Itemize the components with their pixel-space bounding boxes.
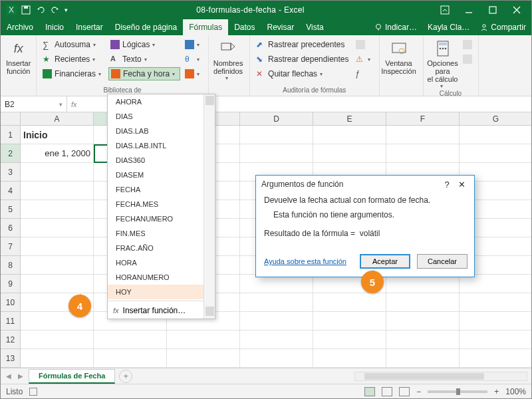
col-G[interactable]: G [460, 112, 531, 126]
account-user[interactable]: Kayla Cla… [422, 19, 475, 35]
row-2[interactable]: 2 [1, 144, 21, 163]
calc-options-button[interactable]: Opciones parael cálculo▾ [428, 38, 458, 90]
tab-datos[interactable]: Datos [228, 19, 261, 35]
error-check-button[interactable]: ⚠▾ [354, 53, 375, 66]
dropdown-item[interactable]: FRAC.AÑO [108, 241, 215, 255]
macro-record-icon[interactable] [29, 388, 37, 396]
lookup-button[interactable]: ▾ [183, 38, 204, 51]
col-D[interactable]: D [240, 112, 313, 126]
calc-now-button[interactable] [461, 38, 474, 51]
cell[interactable] [386, 349, 460, 368]
dialog-close-icon[interactable]: ✕ [454, 180, 469, 190]
sheet-tab-active[interactable]: Fórmulas de Fecha [29, 369, 115, 384]
row-11[interactable]: 11 [1, 312, 21, 331]
row-12[interactable]: 12 [1, 331, 21, 349]
text-button[interactable]: ATexto▾ [108, 53, 180, 66]
names-button[interactable]: Nombresdefinidos▾ [213, 38, 243, 82]
row-7[interactable]: 7 [1, 237, 21, 256]
ok-button[interactable]: Aceptar [360, 254, 410, 269]
cell-D1[interactable] [240, 126, 313, 144]
insert-function-button[interactable]: fx Insertarfunción [5, 38, 32, 76]
cell-G1[interactable] [460, 126, 531, 144]
cell-F2[interactable] [386, 144, 460, 163]
cell[interactable] [21, 256, 94, 275]
cell[interactable] [386, 275, 460, 293]
dropdown-item[interactable]: DIAS [108, 109, 215, 124]
cell[interactable] [240, 349, 313, 368]
tab-vista[interactable]: Vista [300, 19, 329, 35]
cell[interactable] [313, 293, 386, 312]
close-icon[interactable] [505, 1, 529, 19]
autosum-button[interactable]: ∑Autosuma▾ [41, 38, 106, 51]
dialog-header[interactable]: Argumentos de función ? ✕ [256, 176, 474, 193]
cell-D2[interactable] [240, 144, 313, 163]
cell-E2[interactable] [313, 144, 386, 163]
sheet-nav-prev-icon[interactable]: ◀ [5, 372, 13, 380]
tab-inicio[interactable]: Inicio [39, 19, 70, 35]
dropdown-item[interactable]: FIN.MES [108, 226, 215, 241]
col-F[interactable]: F [386, 112, 460, 126]
cell[interactable] [94, 331, 167, 349]
math-button[interactable]: θ▾ [183, 53, 204, 66]
cell[interactable] [386, 331, 460, 349]
cell[interactable] [460, 349, 531, 368]
dropdown-item[interactable]: DIAS360 [108, 153, 215, 168]
cell[interactable] [240, 331, 313, 349]
watch-window-button[interactable]: VentanaInspección [384, 38, 414, 76]
zoom-slider[interactable] [428, 390, 487, 393]
tab-diseno[interactable]: Diseño de página [109, 19, 183, 35]
dropdown-scrollbar[interactable] [203, 94, 215, 319]
dropdown-item[interactable]: FECHANUMERO [108, 211, 215, 226]
dropdown-item[interactable]: DIAS.LAB [108, 124, 215, 138]
dropdown-insert-function[interactable]: fxInsertar función… [108, 303, 215, 319]
cell[interactable] [21, 182, 94, 200]
tab-revisar[interactable]: Revisar [261, 19, 301, 35]
row-3[interactable]: 3 [1, 163, 21, 182]
dropdown-item[interactable]: DIAS.LAB.INTL [108, 138, 215, 153]
cell-G2[interactable] [460, 144, 531, 163]
cancel-button[interactable]: Cancelar [417, 254, 467, 269]
cell[interactable] [167, 331, 240, 349]
cell[interactable] [313, 349, 386, 368]
select-all-corner[interactable] [1, 112, 21, 126]
horizontal-scrollbar[interactable] [354, 372, 527, 381]
tab-formulas[interactable]: Fórmulas [183, 19, 228, 35]
dialog-help-link[interactable]: Ayuda sobre esta función [264, 257, 346, 265]
cell-E1[interactable] [313, 126, 386, 144]
cell-A2[interactable]: ene 1, 2000 [21, 144, 94, 163]
zoom-out-icon[interactable]: − [416, 387, 421, 396]
row-8[interactable]: 8 [1, 256, 21, 275]
cell[interactable] [460, 331, 531, 349]
cell[interactable] [21, 331, 94, 349]
show-formulas-button[interactable] [354, 38, 375, 51]
row-13[interactable]: 13 [1, 349, 21, 368]
add-sheet-button[interactable]: + [119, 370, 132, 383]
cell[interactable] [313, 331, 386, 349]
dropdown-item[interactable]: AHORA [108, 94, 215, 109]
remove-arrows-button[interactable]: ✕Quitar flechas▾ [254, 67, 350, 80]
cell[interactable] [240, 293, 313, 312]
tab-archivo[interactable]: Archivo [1, 19, 39, 35]
cell[interactable] [460, 293, 531, 312]
row-6[interactable]: 6 [1, 219, 21, 237]
recent-button[interactable]: ★Recientes▾ [41, 53, 106, 66]
col-E[interactable]: E [313, 112, 386, 126]
row-1[interactable]: 1 [1, 126, 21, 144]
evaluate-button[interactable]: ƒ [354, 67, 375, 80]
cell[interactable] [21, 163, 94, 182]
cell[interactable] [240, 275, 313, 293]
ribbon-options-icon[interactable] [433, 1, 457, 19]
cell[interactable] [21, 200, 94, 219]
minimize-icon[interactable] [457, 1, 481, 19]
view-normal-icon[interactable] [364, 387, 375, 396]
dialog-help-icon[interactable]: ? [440, 180, 454, 190]
sheet-nav-next-icon[interactable]: ▶ [17, 372, 25, 380]
cell-A1[interactable]: Inicio [21, 126, 94, 144]
row-4[interactable]: 4 [1, 182, 21, 200]
cell[interactable] [386, 293, 460, 312]
more-button[interactable]: ▾ [183, 67, 204, 80]
redo-icon[interactable] [50, 5, 61, 15]
row-9[interactable]: 9 [1, 275, 21, 293]
share-button[interactable]: Compartir [475, 19, 531, 35]
cell[interactable] [460, 275, 531, 293]
